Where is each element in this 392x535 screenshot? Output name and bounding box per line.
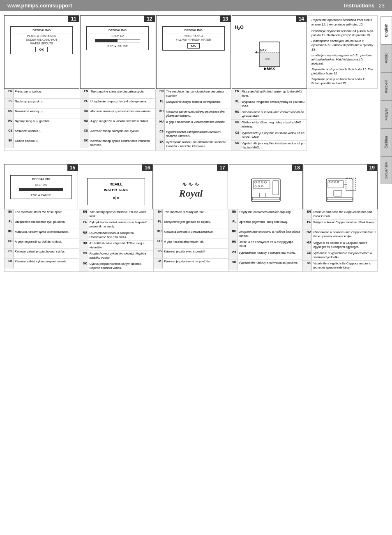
r2-en-ind5: EN [303, 209, 312, 219]
r2-ru-ind3: RU [154, 229, 163, 239]
lang-ru-ind2: RU [80, 109, 89, 118]
row2-col2-hu: HU Az öblítési ciklus véget ért. Töltse … [79, 241, 154, 251]
page-header: www.philips.com/support Instructions 23 [0, 0, 392, 11]
row1-col1-cs-text: Stiskněte tlačítko☼. [14, 128, 80, 138]
row2-col2-sk: SK Cyklus preplachovania sa tým ukončil.… [79, 261, 154, 271]
row2-steps-container: 15 DESCALING STEP 2/2 ESC◄ PAUSE 16 REFI… [4, 164, 378, 209]
lang-tab-hu[interactable]: Magyar [380, 100, 392, 128]
row2-col3-cs-text: Kávovar je připraven k použití. [163, 249, 228, 258]
lang-tab-pl[interactable]: Polski [380, 44, 392, 72]
row1-col1-pl-text: Nacisnąć przycisk ☼. [14, 99, 80, 108]
step-13-box: 13 DESCALING RINSE TANK &FILL WITH FRESH… [156, 15, 231, 89]
step-12-subtext: STEP 1/2 [111, 34, 124, 38]
water-tank-illustration: MAX ≈≈ [253, 40, 286, 71]
r2-ru-ind1: RU [5, 229, 14, 239]
svg-point-24 [334, 181, 336, 183]
step-13-inner: DESCALING RINSE TANK &FILL WITH FRESH WA… [157, 16, 231, 88]
row2-col3-hu-text: A gép használatra készen áll. [163, 239, 228, 248]
step-13-number: 13 [220, 16, 231, 22]
r2-cs-ind3: CS [154, 249, 163, 258]
refill-text1: REFILL [92, 182, 140, 188]
r2-hu-ind1: HU [5, 239, 14, 248]
row2-col1: EN The machine starts the rinse cycle. P… [5, 209, 79, 271]
row2-col3-cs: CS Kávovar je připraven k použití. [154, 249, 228, 259]
row2-col5: EN Remove and rinse the Cappuccinatore a… [303, 209, 377, 271]
lang-cs-ind2: CS [80, 128, 89, 138]
section-title: Instructions [344, 2, 374, 9]
row1-col4: EN Rinse and fill with fresh water up to… [231, 89, 307, 151]
r2-pl-ind5: PL [303, 220, 312, 229]
svg-point-23 [332, 181, 333, 183]
step-14-inner: H2O MAX ≈≈ ▶MAX [232, 16, 307, 88]
step-15-display: DESCALING STEP 2/2 ESC◄ PAUSE [10, 175, 72, 199]
row1-col1-sk: SK Stlačte tlačidlo ☼. [5, 138, 80, 148]
step-19-box: 19 [304, 164, 378, 209]
step-14-box: 14 H2O MAX ≈≈ [232, 15, 307, 89]
row2-col5-hu: HU Vegye ki és öblítse el a Cappuccinato… [303, 240, 377, 250]
step-13-label: DESCALING [165, 28, 222, 33]
row1-col3-sk: SK Vyčerpanie roztoku na odstránenie vod… [156, 139, 231, 149]
r2-hu-ind3: HU [154, 239, 163, 248]
row1-steps-container: 11 DESCALING PLACE A CONTAINERUNDER MILK… [4, 15, 378, 89]
step-11-label: DESCALING [13, 28, 70, 33]
repeat-note-sk: Zopakujte postup od bodu 6 do bodu 11. P… [311, 77, 374, 86]
row2-col4-ru: RU Опорожните емкости и поддон для сбора… [228, 229, 303, 239]
r2-cs-ind2: CS [79, 251, 88, 261]
lang-tab-cs[interactable]: Čeština [380, 128, 392, 156]
lang-cs-ind3: CS [156, 129, 165, 139]
row2-col2-en-text: The rinsing cycle is finished. Fill the … [88, 209, 154, 219]
row2-col2-ru-text: Цикл ополаскивания завершен. Наполните б… [88, 230, 154, 240]
lang-tab-ru[interactable]: Русский [380, 72, 392, 100]
row2-col2-ru: RU Цикл ополаскивания завершен. Наполнит… [79, 230, 154, 241]
lang-pl-ind4: PL [231, 99, 240, 109]
lang-tab-sk[interactable]: Slovensky [380, 156, 392, 184]
step-12-number: 12 [144, 16, 154, 22]
row1-note: Repeat the operations described from ste… [308, 15, 378, 89]
lang-hu-ind4: HU [231, 120, 240, 130]
svg-point-11 [261, 181, 263, 183]
royal-logo: ∿∿∿ Royal [179, 181, 203, 199]
row1-col2: EN The machine starts the descaling cycl… [80, 89, 156, 151]
website-url: www.philips.com/support [7, 2, 72, 9]
step-18-number: 18 [292, 164, 302, 171]
row2-col1-sk: SK Kávovar zahájí cyklus preplachovania. [5, 259, 79, 269]
row1-col1-sk-text: Stlačte tlačidlo ☼. [14, 138, 80, 148]
step-11-box: 11 DESCALING PLACE A CONTAINERUNDER MILK… [4, 15, 79, 89]
row1-col1-ru: RU Нажмите кнопку ☼. [5, 109, 80, 118]
row2-col4: EN Empty the containers and the drip tra… [228, 209, 303, 271]
row2-col2-sk-text: Cyklus preplachovania sa tým ukončil. Na… [88, 261, 154, 271]
r2-en-ind1: EN [5, 209, 14, 219]
max-label: ▶MAX [264, 67, 275, 71]
row2-col4-hu: HU Ürítse ki az edényeket és a cseppgyűj… [228, 239, 303, 250]
step-16-box: 16 REFILL WATER TANK »|« [79, 164, 153, 209]
row1-col4-en: EN Rinse and fill with fresh water up to… [231, 89, 307, 99]
svg-rect-29 [334, 190, 342, 196]
step-19-number: 19 [367, 164, 377, 171]
lang-sk-ind4: SK [231, 141, 240, 151]
repeat-note-ru: Повторите операции, описанные в пунктах … [311, 39, 374, 51]
machine-18-illustration [247, 175, 284, 206]
refill-water-tank-display: REFILL WATER TANK »|« [87, 178, 145, 205]
row2-col5-ru-text: Извлеките и ополосните Cappuccinatore и … [312, 229, 377, 239]
lang-cs-indicator: CS [5, 128, 14, 138]
r2-sk-ind2: SK [79, 261, 88, 271]
row1-col3-hu-text: A gép elhasználta a vízkőmentesítő oldat… [165, 119, 231, 129]
lang-sk-ind3: SK [156, 139, 165, 149]
repeat-note-en: Repeat the operations described from ste… [311, 18, 374, 27]
row1-col4-hu-text: Öblítse el és töltse meg hideg vízzel a … [240, 120, 307, 130]
svg-rect-16 [252, 197, 279, 200]
row1-col2-cs-text: Kávovar zahájí odvápňovací cyklus. [89, 128, 155, 138]
r2-en-ind4: EN [228, 209, 238, 219]
refill-text2: WATER TANK [92, 188, 140, 193]
row1-col1-pl: PL Nacisnąć przycisk ☼. [5, 99, 80, 109]
lang-tab-en[interactable]: English [380, 16, 392, 44]
lang-pl-indicator: PL [5, 99, 14, 108]
row1-col3-hu: HU A gép elhasználta a vízkőmentesítő ol… [156, 119, 231, 129]
row2-col1-en: EN The machine starts the rinse cycle. [5, 209, 79, 219]
row1-col4-sk: SK Vypláchnite ju a naplňte čerstvou vod… [231, 141, 307, 151]
row2-text-grid: EN The machine starts the rinse cycle. P… [4, 209, 378, 272]
row1-col4-sk-text: Vypláchnite ju a naplňte čerstvou vodou … [240, 141, 307, 151]
row2-col3-en: EN The machine is ready for use. [154, 209, 228, 219]
step-12-esc: ESC◄ PAUSE [107, 44, 128, 48]
r2-sk-ind5: SK [303, 261, 312, 271]
